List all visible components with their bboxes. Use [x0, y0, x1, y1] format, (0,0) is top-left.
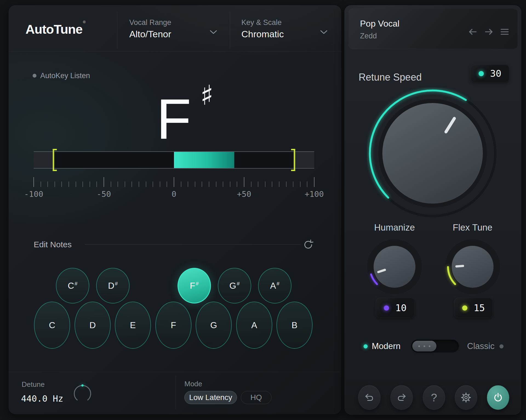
mode-hq-button[interactable]: HQ: [241, 391, 271, 404]
meter-tick-label: +50: [237, 189, 251, 199]
preset-name[interactable]: Pop Vocal: [360, 19, 399, 29]
purple-indicator-dot: [384, 305, 389, 311]
toggle-handle[interactable]: [412, 341, 436, 351]
meter-tick: [111, 181, 111, 187]
meter-tick: [258, 181, 258, 187]
header-divider: [230, 12, 230, 49]
registered-mark: ®: [83, 20, 85, 24]
retune-speed-value-box[interactable]: 30: [470, 65, 509, 82]
detune-knob[interactable]: [70, 381, 95, 406]
chevron-down-icon: [320, 29, 328, 35]
meter-tick: [41, 181, 41, 187]
meter-tick: [33, 177, 34, 187]
flex-tune-value-box[interactable]: 15: [454, 298, 493, 318]
meter-tick: [230, 181, 230, 187]
gear-icon: [460, 391, 472, 404]
vocal-range-dropdown[interactable]: Vocal Range Alto/Tenor: [129, 16, 231, 46]
mode-label: Mode: [184, 380, 202, 388]
main-panel: AutoTune® Vocal Range Alto/Tenor Key & S…: [8, 5, 342, 415]
footer-divider: [176, 375, 176, 409]
meter-tick: [90, 181, 90, 187]
autokey-status-dot: [33, 74, 36, 78]
flex-tune-knob[interactable]: [444, 238, 501, 296]
note-button-g-sharp[interactable]: G#: [218, 268, 251, 303]
question-mark-icon: ?: [431, 391, 437, 404]
chevron-down-icon: [209, 29, 218, 35]
meter-tick: [265, 181, 265, 187]
meter-low-bracket[interactable]: [53, 149, 57, 171]
settings-button[interactable]: [455, 385, 477, 410]
meter-tick-label: -50: [97, 189, 111, 199]
previous-preset-button[interactable]: [467, 26, 478, 37]
retune-speed-label: Retune Speed: [359, 72, 422, 83]
meter-tick: [118, 181, 118, 187]
meter-tick: [125, 181, 125, 187]
note-button-c[interactable]: C: [34, 302, 70, 349]
note-button-b[interactable]: B: [276, 302, 313, 349]
autokey-label: AutoKey Listen: [40, 72, 90, 80]
vocal-range-value: Alto/Tenor: [129, 29, 171, 39]
modern-classic-toggle[interactable]: [411, 340, 459, 353]
classic-option[interactable]: Classic: [467, 341, 494, 351]
help-button[interactable]: ?: [423, 385, 445, 410]
note-button-e[interactable]: E: [115, 302, 151, 349]
reset-notes-button[interactable]: [302, 238, 314, 250]
footer-separator: [8, 372, 341, 372]
knob-indicator: [456, 266, 463, 266]
detune-value[interactable]: 440.0 Hz: [21, 393, 63, 404]
key-scale-dropdown[interactable]: Key & Scale Chromatic: [241, 16, 340, 46]
note-button-a-sharp[interactable]: A#: [258, 268, 291, 303]
autotune-plugin-window: AutoTune® Vocal Range Alto/Tenor Key & S…: [0, 0, 526, 420]
power-button[interactable]: [487, 385, 509, 410]
meter-tick: [195, 181, 195, 187]
pitch-correction-meter: [34, 151, 314, 169]
flex-tune-value: 15: [467, 302, 493, 313]
meter-tick: [96, 181, 97, 187]
retune-speed-knob[interactable]: [367, 87, 498, 219]
meter-tick: [286, 181, 287, 187]
meter-tick: [76, 181, 76, 187]
teal-indicator-dot: [479, 71, 484, 76]
next-preset-button[interactable]: [483, 26, 494, 37]
meter-tick: [174, 177, 174, 187]
meter-tick: [293, 181, 293, 187]
meter-tick: [160, 181, 160, 187]
redo-button[interactable]: [390, 385, 413, 410]
mode-low-latency-button[interactable]: Low Latency: [184, 391, 237, 404]
meter-tick: [272, 181, 272, 187]
note-button-d[interactable]: D: [75, 302, 111, 349]
humanize-value-box[interactable]: 10: [376, 298, 414, 318]
modern-option[interactable]: Modern: [372, 341, 401, 351]
meter-tick: [251, 181, 251, 187]
power-icon: [492, 391, 504, 404]
undo-button[interactable]: [358, 385, 381, 410]
meter-tick-labels: -100-500+50+100: [34, 189, 314, 198]
classic-inactive-dot: [499, 344, 504, 348]
preset-author: Zedd: [360, 32, 377, 40]
meter-tick: [139, 181, 139, 187]
humanize-value: 10: [389, 302, 414, 313]
note-button-f-sharp[interactable]: F#: [178, 268, 211, 303]
note-button-g[interactable]: G: [196, 302, 232, 349]
note-button-f[interactable]: F: [155, 302, 191, 349]
preset-menu-icon[interactable]: [499, 26, 510, 37]
meter-high-bracket[interactable]: [291, 149, 295, 171]
autokey-listen-button[interactable]: AutoKey Listen: [33, 71, 90, 80]
meter-tick: [132, 181, 132, 187]
humanize-knob[interactable]: [366, 238, 423, 296]
meter-tick: [202, 181, 202, 187]
meter-tick: [244, 177, 244, 187]
note-button-d-sharp[interactable]: D#: [96, 268, 130, 303]
note-button-c-sharp[interactable]: C#: [56, 268, 89, 303]
meter-tick-label: 0: [171, 189, 176, 199]
meter-tick: [209, 181, 209, 187]
note-letter: F: [156, 87, 190, 151]
header-divider: [117, 12, 117, 49]
note-button-a[interactable]: A: [236, 302, 272, 349]
control-panel: Pop Vocal Zedd: [344, 5, 522, 415]
meter-tick-label: -100: [24, 189, 43, 199]
meter-tick: [104, 177, 104, 187]
sharp-symbol: ♯: [200, 80, 213, 110]
meter-tick: [146, 181, 146, 187]
key-scale-label: Key & Scale: [241, 18, 282, 27]
